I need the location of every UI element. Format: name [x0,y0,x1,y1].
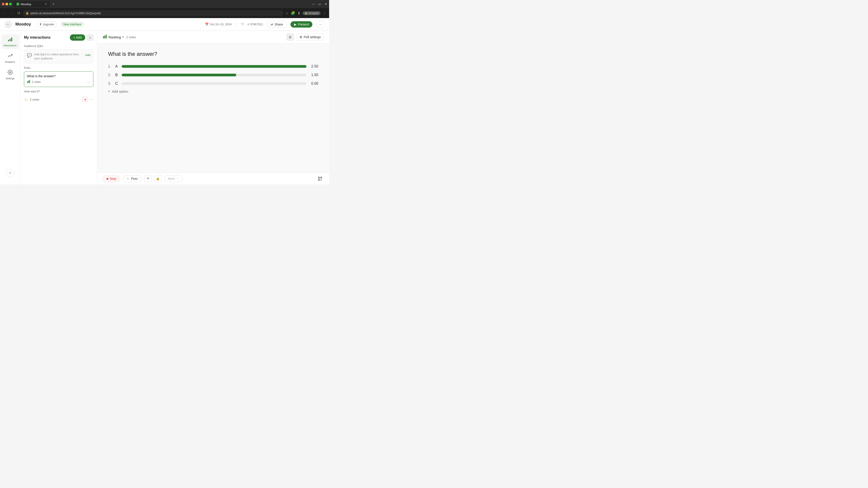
menu-btn[interactable]: ⋮ [323,11,327,15]
share-icon: ⇄ [271,23,273,26]
win-restore-icon[interactable]: ▭ [318,2,321,6]
close-window-btn[interactable] [2,3,4,5]
svg-rect-11 [319,177,319,178]
option-number: 1. [108,64,113,68]
svg-rect-0 [8,40,9,41]
new-interface-btn[interactable]: New interface [61,22,84,27]
sidebar-item-interactions[interactable]: Interactions [1,34,19,49]
minimize-window-btn[interactable] [5,3,8,5]
svg-rect-7 [103,36,104,38]
poll-content: What is the answer? 1. A 2.50 [97,43,329,173]
rating-stop-btn[interactable]: ■ [83,97,88,102]
upgrade-btn[interactable]: ⬆ Upgrade [36,22,57,27]
nav-event-id: 🛡 [241,23,244,26]
extensions-btn[interactable]: 🧩 [291,11,295,15]
top-nav: ← Moodoy ⬆ Upgrade New interface 📅 Oct 1… [0,18,329,31]
eye-btn[interactable]: 👁 [144,175,151,182]
interactions-label: Interactions [4,44,17,47]
trash-icon: 🗑 [289,35,291,39]
present-btn[interactable]: ▶ Present [290,21,312,28]
poll-delete-btn[interactable]: 🗑 [287,33,294,41]
new-tab-btn[interactable]: + [51,1,56,7]
poll-card-title: What is the answer? [27,74,90,78]
option-bar-fill [122,74,236,76]
panel-content: Audience Q&A 💬 Add Q&A to collect questi… [20,42,97,184]
address-bar: ← → ↺ 🔒 admin.sli.do/event/t4KbXZJUCAgYV… [0,8,329,18]
panel-title: My interactions [24,35,68,39]
upgrade-icon: ⬆ [39,23,42,26]
svg-rect-17 [321,179,322,180]
how-was-it-section-title: How was it? [24,90,93,93]
lock-icon: 🔒 [156,177,160,180]
add-option-btn[interactable]: + Add option [108,89,318,93]
polls-section-title: Polls [24,66,93,70]
qr-code-btn[interactable] [316,175,324,182]
stop-icon: ■ [106,177,108,181]
settings-label: Settings [6,77,15,80]
qa-add-btn[interactable]: Add [85,53,90,57]
url-bar[interactable]: 🔒 admin.sli.do/event/t4KbXZJUCAgYVHf8EV3… [23,10,283,16]
poll-question: What is the answer? [108,51,318,57]
back-nav-btn[interactable]: ← [3,10,8,16]
svg-rect-19 [321,180,322,181]
svg-rect-9 [106,35,107,38]
win-minimize-icon[interactable]: ─ [312,2,314,6]
incognito-badge: 🕵 Incognito [303,11,320,15]
share-btn[interactable]: ⇄ Share [267,21,287,28]
arrow-left-icon: ← [127,177,130,181]
next-btn[interactable]: Next → [164,175,183,182]
chevron-down-icon: ▾ [122,35,124,39]
reload-btn[interactable]: ↺ [16,10,21,16]
poll-settings-btn[interactable]: ⚙ Poll settings [297,34,324,40]
app-title: Moodoy [16,22,31,27]
lock-btn[interactable]: 🔒 [154,175,161,182]
poll-list-item[interactable]: What is the answer? 2 votes ⋯ [24,71,93,87]
bookmark-btn[interactable]: ☆ [285,11,288,15]
divider [236,22,237,27]
option-bar-bg [122,82,307,85]
tab-close-btn[interactable]: ✕ [45,2,47,6]
gear-icon: ⚙ [300,35,303,39]
ranking-icon [103,34,107,40]
option-number: 3. [108,82,113,86]
option-number: 2. [108,73,113,77]
rating-more-btn[interactable]: ⋯ [90,97,93,102]
svg-rect-20 [321,180,321,180]
tab-favicon: S [16,2,20,6]
ranking-icon-small [27,80,31,84]
poll-option: 1. A 2.50 [108,64,318,68]
nav-date: 📅 Oct 10–13, 2024 [205,23,232,26]
svg-rect-18 [320,180,321,181]
active-tab[interactable]: S Moodoy ✕ [13,1,50,7]
forward-nav-btn[interactable]: → [9,10,15,16]
poll-option: 2. B 1.50 [108,73,318,77]
poll-type-badge[interactable]: Ranking ▾ [103,34,124,40]
bottom-toolbar: ■ Stop ← Prev 👁 🔒 Next → [97,173,329,184]
maximize-window-btn[interactable] [9,3,12,5]
poll-card-votes: 2 votes [32,80,86,84]
stop-btn[interactable]: ■ Stop [103,175,120,182]
svg-rect-8 [104,35,105,38]
collapse-panel-btn[interactable]: « [87,34,93,41]
add-interaction-btn[interactable]: + Add [70,34,85,41]
download-btn[interactable]: ⬇ [298,11,301,15]
win-close-icon[interactable]: ✕ [324,2,327,6]
option-label: A [115,64,119,68]
sidebar-item-settings[interactable]: Settings [1,67,19,82]
option-bar-bg [122,65,307,68]
prev-btn[interactable]: ← Prev [123,175,142,182]
option-label: B [115,73,119,77]
help-btn[interactable]: ? [6,169,14,177]
present-icon: ▶ [294,23,297,26]
option-value: 2.50 [309,64,318,68]
more-options-btn[interactable]: ··· [316,21,324,28]
window-controls [2,3,12,5]
sidebar-item-analytics[interactable]: Analytics [1,51,19,66]
svg-point-3 [9,72,11,73]
poll-card-more-btn[interactable]: ⋯ [87,80,90,84]
svg-rect-2 [11,37,12,41]
back-btn[interactable]: ← [4,21,12,28]
analytics-icon [7,53,13,60]
os-window-controls: ─ ▭ ✕ [312,2,327,6]
interactions-panel: My interactions + Add « Audience Q&A 💬 A… [20,31,97,184]
